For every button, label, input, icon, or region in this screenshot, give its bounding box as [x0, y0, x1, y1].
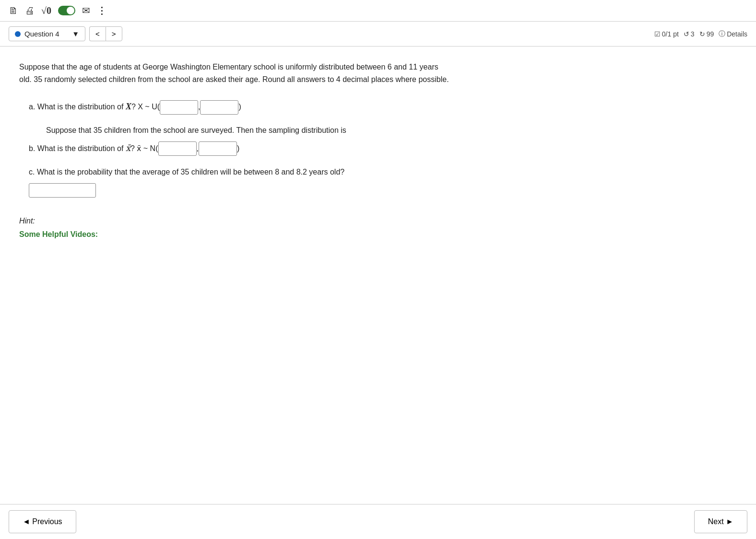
question-parts: a. What is the distribution of X? X ~ U(… [29, 99, 451, 198]
toolbar: 🗎 🖨 √0 ✉ ⋮ [0, 0, 756, 22]
question-text: Suppose that the age of students at Geor… [19, 61, 451, 85]
part-b-suffix: ) [237, 144, 239, 152]
refresh-icon: ↻ [699, 30, 705, 38]
score-display: ☑ 0/1 pt [654, 30, 679, 38]
part-c-input[interactable] [29, 183, 96, 198]
retry-count: ↺ 3 [684, 30, 695, 38]
sampling-note: Suppose that 35 children from the school… [46, 124, 451, 137]
document-icon[interactable]: 🗎 [9, 5, 18, 16]
part-c: c. What is the probability that the aver… [29, 165, 451, 198]
math-icon[interactable]: √0 [41, 5, 51, 16]
print-icon[interactable]: 🖨 [25, 5, 35, 16]
retry-value: 3 [691, 30, 695, 38]
part-b: b. What is the distribution of x̄? x̄ ~ … [29, 141, 451, 156]
checkbox-icon: ☑ [654, 30, 661, 38]
part-a-suffix: ) [238, 103, 241, 111]
score-value: 0/1 pt [662, 30, 679, 38]
part-a-prefix: a. What is the distribution of [29, 103, 126, 111]
part-b-input1[interactable] [158, 141, 197, 156]
part-c-text: c. What is the probability that the aver… [29, 168, 344, 176]
question-meta: ☑ 0/1 pt ↺ 3 ↻ 99 ⓘ Details [654, 30, 747, 38]
question-label: Question 4 [24, 30, 59, 38]
prev-question-button[interactable]: < [89, 26, 106, 41]
part-a-mid: ? X ~ U( [131, 103, 160, 111]
next-question-button[interactable]: > [106, 26, 122, 41]
toggle-switch[interactable] [58, 6, 75, 15]
toggle-thumb [67, 7, 74, 14]
retry-icon: ↺ [684, 30, 689, 38]
helpful-videos-link[interactable]: Some Helpful Videos: [19, 230, 451, 239]
attempt-count: ↻ 99 [699, 30, 714, 38]
question-selector[interactable]: Question 4 ▼ [9, 26, 85, 41]
info-icon: ⓘ [719, 30, 725, 38]
hint-label: Hint: [19, 217, 451, 225]
part-b-mid: ? x̄ ~ N( [130, 144, 158, 152]
attempt-value: 99 [707, 30, 714, 38]
hint-section: Hint: Some Helpful Videos: [19, 217, 451, 244]
part-a-input2[interactable] [200, 100, 238, 115]
question-bar: Question 4 ▼ < > ☑ 0/1 pt ↺ 3 ↻ 99 ⓘ Det… [0, 22, 756, 47]
part-a-x: X [126, 102, 131, 111]
toggle-container[interactable] [58, 6, 75, 15]
details-link[interactable]: ⓘ Details [719, 30, 747, 38]
part-a-input1[interactable] [160, 100, 198, 115]
details-label: Details [727, 30, 747, 38]
dropdown-arrow-icon[interactable]: ▼ [72, 30, 79, 38]
part-b-xbar: x̄ [126, 143, 130, 153]
question-dot [15, 31, 21, 37]
content-area: Suppose that the age of students at Geor… [0, 47, 470, 253]
question-nav-arrows: < > [89, 26, 122, 41]
part-b-input2[interactable] [199, 141, 237, 156]
more-icon[interactable]: ⋮ [97, 5, 106, 16]
mail-icon[interactable]: ✉ [82, 5, 90, 16]
part-b-prefix: b. What is the distribution of [29, 144, 126, 152]
part-a: a. What is the distribution of X? X ~ U(… [29, 99, 451, 115]
